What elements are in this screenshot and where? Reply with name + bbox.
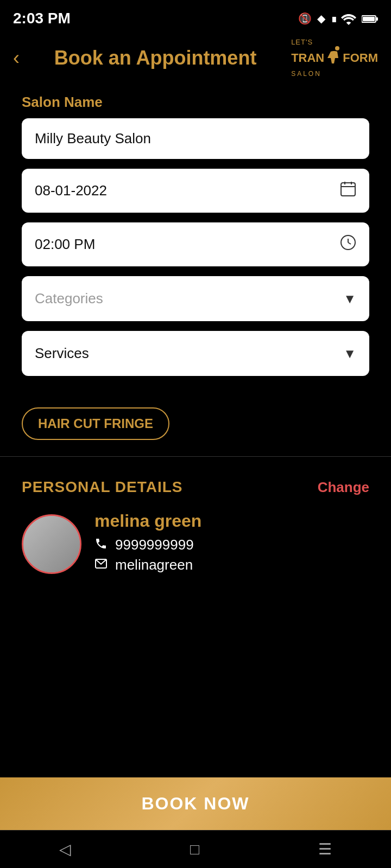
categories-placeholder: Categories [35, 290, 103, 307]
form-area: Salon Name 08-01-2022 02:00 PM Cate [0, 88, 391, 397]
nav-menu-icon[interactable]: ☰ [318, 840, 332, 858]
svg-rect-2 [363, 17, 375, 21]
services-dropdown[interactable]: Services ▼ [22, 331, 369, 376]
change-button[interactable]: Change [318, 479, 369, 496]
email-address: melinagreen [115, 557, 193, 573]
salon-name-label: Salon Name [22, 94, 369, 111]
page-title: Book an Appointment [20, 47, 291, 69]
svg-point-3 [335, 46, 339, 50]
book-now-container: BOOK NOW [0, 777, 391, 830]
personal-details-section: PERSONAL DETAILS Change melina green 999… [0, 468, 391, 588]
phone-icon [94, 537, 108, 553]
calendar-icon [340, 181, 356, 201]
bottom-nav: ◁ □ ☰ [0, 830, 391, 868]
categories-dropdown[interactable]: Categories ▼ [22, 276, 369, 321]
status-bar: 2:03 PM 📵 ◆ ∎ [0, 0, 391, 33]
date-field[interactable]: 08-01-2022 [22, 169, 369, 213]
email-row: melinagreen [94, 557, 369, 573]
section-divider [0, 456, 391, 457]
services-chevron-icon: ▼ [343, 346, 356, 361]
battery-icon [362, 12, 378, 25]
personal-title: PERSONAL DETAILS [22, 478, 183, 496]
logo-tran: TRAN [291, 51, 324, 65]
logo-lets: LET'S [291, 38, 313, 46]
phone-row: 9999999999 [94, 537, 369, 553]
service-tag-haircut[interactable]: HAIR CUT FRINGE [22, 407, 169, 440]
logo-salon: SALON [291, 70, 321, 78]
service-tags-area: HAIR CUT FRINGE [0, 397, 391, 456]
time-value: 02:00 PM [35, 236, 95, 253]
phone-number: 9999999999 [115, 537, 194, 553]
logo-form: FORM [343, 51, 378, 65]
vibrate-icon: 📵 [298, 12, 312, 25]
status-time: 2:03 PM [13, 10, 71, 27]
user-name: melina green [94, 511, 369, 531]
signal-icon: ◆ [317, 12, 325, 25]
services-label: Services [35, 345, 89, 362]
salon-name-field[interactable] [22, 118, 369, 159]
personal-header: PERSONAL DETAILS Change [22, 478, 369, 496]
svg-rect-4 [341, 183, 355, 196]
date-value: 08-01-2022 [35, 182, 107, 199]
back-button[interactable]: ‹ [13, 47, 20, 69]
logo: LET'S TRAN FORM SALON [291, 38, 378, 78]
user-info: melina green 9999999999 melinagreen [22, 511, 369, 577]
email-icon [94, 557, 108, 573]
time-field[interactable]: 02:00 PM [22, 222, 369, 266]
avatar-image [23, 516, 80, 572]
logo-figure-icon [325, 46, 342, 70]
clock-icon [340, 234, 356, 254]
user-details: melina green 9999999999 melinagreen [94, 511, 369, 577]
chevron-down-icon: ▼ [343, 291, 356, 307]
svg-line-10 [348, 242, 351, 244]
nav-back-icon[interactable]: ◁ [59, 840, 71, 858]
wifi-icon: ∎ [331, 12, 356, 25]
salon-name-input[interactable] [35, 130, 356, 147]
svg-rect-1 [376, 17, 378, 21]
nav-home-icon[interactable]: □ [190, 841, 199, 858]
avatar [22, 514, 81, 574]
header: ‹ Book an Appointment LET'S TRAN FORM SA… [0, 33, 391, 88]
book-now-button[interactable]: BOOK NOW [0, 777, 391, 830]
status-icons: 📵 ◆ ∎ [298, 12, 378, 25]
